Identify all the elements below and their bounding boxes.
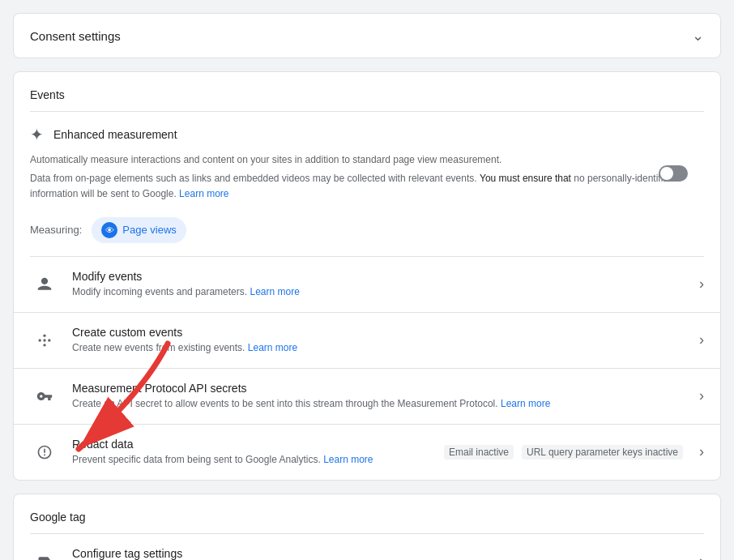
events-card: Events ✦ Enhanced measurement Automatica… bbox=[13, 71, 721, 481]
chevron-right-icon-3: › bbox=[699, 387, 704, 404]
consent-settings-header[interactable]: Consent settings ⌄ bbox=[14, 14, 720, 58]
enhanced-learn-more-link[interactable]: Learn more bbox=[179, 188, 228, 199]
chevron-down-icon: ⌄ bbox=[692, 27, 704, 45]
google-tag-card: Google tag Configure tag settings Config… bbox=[13, 494, 721, 560]
measurement-protocol-learn-link[interactable]: Learn more bbox=[501, 398, 550, 409]
svg-point-1 bbox=[43, 334, 45, 336]
redact-data-title: Redact data bbox=[72, 438, 444, 451]
svg-point-4 bbox=[48, 339, 50, 341]
measurement-protocol-content: Measurement Protocol API secrets Create … bbox=[72, 382, 689, 411]
create-custom-events-title: Create custom events bbox=[72, 326, 689, 339]
create-custom-events-content: Create custom events Create new events f… bbox=[72, 326, 689, 355]
modify-events-row[interactable]: Modify events Modify incoming events and… bbox=[14, 257, 720, 313]
redact-icon bbox=[30, 444, 59, 460]
enhanced-measurement-toggle[interactable] bbox=[659, 165, 688, 182]
user-icon bbox=[30, 276, 59, 293]
measuring-row: Measuring: 👁 Page views bbox=[14, 206, 720, 256]
page-views-label: Page views bbox=[122, 224, 176, 236]
tag-icon bbox=[30, 554, 59, 560]
svg-point-2 bbox=[43, 344, 45, 346]
chevron-right-icon-4: › bbox=[699, 443, 704, 460]
eye-icon: 👁 bbox=[101, 222, 117, 238]
redact-data-badges: Email inactive URL query parameter keys … bbox=[444, 445, 683, 460]
svg-point-3 bbox=[39, 339, 41, 341]
create-custom-events-row[interactable]: Create custom events Create new events f… bbox=[14, 313, 720, 369]
events-section-title: Events bbox=[14, 72, 720, 111]
redact-data-content: Redact data Prevent specific data from b… bbox=[72, 438, 444, 467]
modify-events-title: Modify events bbox=[72, 270, 689, 283]
chevron-right-icon-2: › bbox=[699, 331, 704, 348]
modify-events-learn-link[interactable]: Learn more bbox=[250, 286, 299, 297]
modify-events-content: Modify events Modify incoming events and… bbox=[72, 270, 689, 299]
configure-tag-title: Configure tag settings bbox=[72, 547, 689, 560]
key-icon bbox=[30, 388, 59, 404]
email-inactive-badge: Email inactive bbox=[444, 445, 514, 460]
custom-events-icon bbox=[30, 332, 59, 348]
enhanced-measurement-section: ✦ Enhanced measurement Automatically mea… bbox=[14, 112, 720, 203]
chevron-right-icon-5: › bbox=[699, 553, 704, 560]
enhanced-desc-line2: Data from on-page elements such as links… bbox=[30, 171, 704, 202]
page-views-badge[interactable]: 👁 Page views bbox=[92, 217, 186, 243]
measurement-protocol-subtitle: Create an API secret to allow events to … bbox=[72, 396, 689, 411]
measuring-label: Measuring: bbox=[30, 224, 82, 236]
modify-events-subtitle: Modify incoming events and parameters. L… bbox=[72, 284, 689, 299]
redact-data-learn-link[interactable]: Learn more bbox=[323, 454, 373, 465]
measurement-protocol-row[interactable]: Measurement Protocol API secrets Create … bbox=[14, 369, 720, 425]
redact-data-row[interactable]: Redact data Prevent specific data from b… bbox=[14, 425, 720, 480]
configure-tag-row[interactable]: Configure tag settings Configure your Go… bbox=[14, 534, 720, 560]
chevron-right-icon: › bbox=[699, 276, 704, 293]
enhanced-toggle-area bbox=[659, 165, 688, 182]
measurement-protocol-title: Measurement Protocol API secrets bbox=[72, 382, 689, 395]
sparkle-icon: ✦ bbox=[30, 125, 44, 144]
redact-data-subtitle: Prevent specific data from being sent to… bbox=[72, 452, 444, 467]
consent-settings-card: Consent settings ⌄ bbox=[13, 13, 721, 58]
enhanced-measurement-header: ✦ Enhanced measurement bbox=[30, 125, 704, 144]
create-custom-events-learn-link[interactable]: Learn more bbox=[248, 342, 297, 353]
create-custom-events-subtitle: Create new events from existing events. … bbox=[72, 340, 689, 355]
google-tag-section-title: Google tag bbox=[14, 494, 720, 533]
enhanced-measurement-title: Enhanced measurement bbox=[53, 128, 177, 141]
svg-point-0 bbox=[43, 339, 45, 341]
consent-settings-title: Consent settings bbox=[30, 29, 121, 43]
enhanced-desc-line1: Automatically measure interactions and c… bbox=[30, 152, 704, 168]
url-query-badge: URL query parameter keys inactive bbox=[522, 445, 683, 460]
configure-tag-content: Configure tag settings Configure your Go… bbox=[72, 547, 689, 560]
